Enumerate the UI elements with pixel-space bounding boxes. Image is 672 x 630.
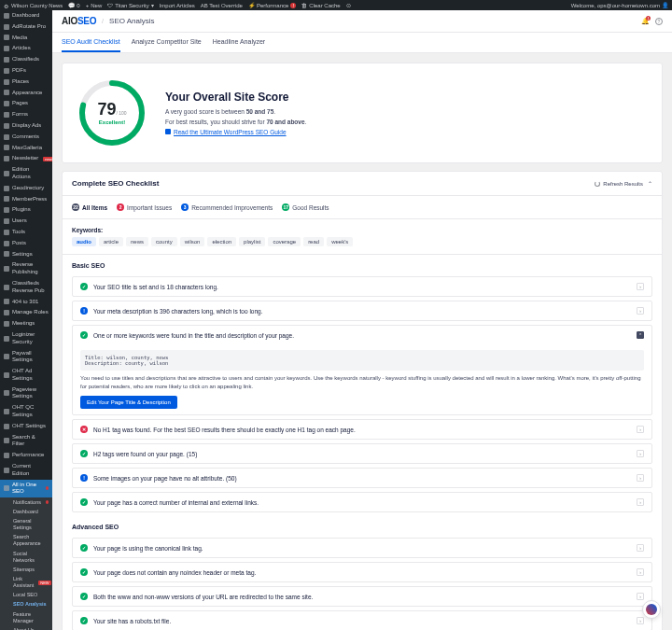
sidebar-item-label: All in One SEO bbox=[12, 482, 41, 497]
expand-button[interactable]: › bbox=[637, 307, 644, 315]
sidebar-item[interactable]: Classifieds Reverse Pub bbox=[0, 278, 52, 297]
tab[interactable]: Headline Analyzer bbox=[213, 33, 265, 52]
help-icon[interactable]: ? bbox=[655, 18, 663, 25]
sidebar-item[interactable]: Paywall Settings bbox=[0, 348, 52, 367]
check-text: No H1 tag was found. For the best SEO re… bbox=[93, 427, 631, 433]
filter-count: 22 bbox=[72, 203, 79, 211]
refresh-button[interactable]: Refresh Results bbox=[595, 181, 643, 187]
sidebar-item[interactable]: Dashboard bbox=[0, 10, 52, 21]
sidebar-item[interactable]: OHT Ad Settings bbox=[0, 366, 52, 385]
sidebar-item[interactable]: Settings bbox=[0, 249, 52, 260]
expand-button[interactable]: › bbox=[637, 568, 644, 576]
sidebar-item[interactable]: Users bbox=[0, 216, 52, 227]
collapse-icon[interactable]: ⌃ bbox=[647, 181, 652, 187]
sidebar-item[interactable]: Current Edition bbox=[0, 461, 52, 480]
sidebar-item[interactable]: All in One SEO bbox=[0, 480, 52, 498]
sidebar-subitem[interactable]: General Settings bbox=[9, 517, 52, 533]
status-icon: ✓ bbox=[80, 593, 88, 600]
comments-count[interactable]: 💬 0 bbox=[68, 2, 79, 8]
sidebar-item-label: Tools bbox=[12, 229, 25, 236]
filter-tab[interactable]: 2Important Issues bbox=[117, 203, 172, 211]
edit-button[interactable]: Edit Your Page Title & Description bbox=[80, 396, 177, 409]
clear-cache[interactable]: 🗑 Clear Cache bbox=[301, 3, 340, 8]
tabs: SEO Audit ChecklistAnalyze Competitor Si… bbox=[52, 33, 672, 53]
filter-tab[interactable]: 17Good Results bbox=[282, 203, 329, 211]
expand-button[interactable]: › bbox=[637, 426, 644, 433]
sidebar-item[interactable]: Pageview Settings bbox=[0, 385, 52, 403]
book-icon bbox=[165, 129, 171, 134]
filter-tab[interactable]: 22All Items bbox=[72, 203, 107, 211]
expand-button[interactable]: › bbox=[637, 617, 644, 624]
check-text: Your SEO title is set and is 18 characte… bbox=[93, 284, 631, 290]
sidebar-subitem-label: Sitemaps bbox=[13, 567, 35, 573]
tab[interactable]: Analyze Competitor Site bbox=[132, 33, 202, 52]
yoast-icon[interactable]: ⊙ bbox=[346, 2, 351, 8]
sidebar-subitem[interactable]: Search Appearance bbox=[9, 533, 52, 549]
sidebar-item[interactable]: Tools bbox=[0, 227, 52, 238]
ab-test[interactable]: AB Test Override bbox=[201, 3, 243, 8]
seo-guide-link[interactable]: Read the Ultimate WordPress SEO Guide bbox=[165, 129, 306, 135]
sidebar-subitem[interactable]: Dashboard bbox=[9, 507, 52, 516]
import-articles[interactable]: Import Articles bbox=[160, 3, 195, 8]
support-fab[interactable] bbox=[642, 600, 661, 619]
sidebar-item-label: Classifieds bbox=[12, 56, 39, 63]
expand-button[interactable]: › bbox=[637, 450, 644, 457]
sidebar-item[interactable]: OHT QC Settings bbox=[0, 402, 52, 421]
expand-button[interactable]: ⌃ bbox=[637, 331, 644, 339]
sidebar-item[interactable]: Articles bbox=[0, 43, 52, 54]
sidebar-subitem[interactable]: SEO Analysis bbox=[9, 600, 52, 609]
sidebar-item-label: Meetings bbox=[12, 320, 35, 328]
filter-tab[interactable]: 3Recommended Improvements bbox=[181, 203, 273, 211]
sidebar-subitem[interactable]: Feature Manager bbox=[9, 609, 52, 625]
sidebar-item[interactable]: Appearance bbox=[0, 88, 52, 99]
expand-button[interactable]: › bbox=[637, 498, 644, 506]
sidebar-subitem[interactable]: Sitemaps bbox=[9, 565, 52, 574]
sidebar-item[interactable]: Forms bbox=[0, 109, 52, 120]
sidebar-subitem[interactable]: About Us bbox=[9, 625, 52, 630]
titan-security[interactable]: 🛡 Titan Security ▾ bbox=[107, 2, 153, 8]
sidebar-item-label: Posts bbox=[12, 240, 26, 247]
sidebar-item[interactable]: Pages bbox=[0, 98, 52, 109]
sidebar-item[interactable]: Newsletternew bbox=[0, 153, 52, 164]
sidebar-subitem[interactable]: Local SEO bbox=[9, 591, 52, 600]
sidebar-item[interactable]: Loginizer Security bbox=[0, 329, 52, 348]
sidebar-item[interactable]: Comments bbox=[0, 132, 52, 143]
site-name[interactable]: ⚙Wilson County News bbox=[4, 3, 63, 8]
sidebar-subitem[interactable]: Notifications bbox=[9, 497, 52, 507]
sidebar-item[interactable]: Meetings bbox=[0, 318, 52, 329]
sidebar-item[interactable]: Posts bbox=[0, 238, 52, 249]
sidebar-item[interactable]: Media bbox=[0, 33, 52, 44]
sidebar-item[interactable]: Plugins bbox=[0, 204, 52, 216]
tab[interactable]: SEO Audit Checklist bbox=[62, 33, 120, 52]
performance-top[interactable]: ⚡ Performance ! bbox=[248, 2, 296, 8]
sidebar-item[interactable]: Search & Filter bbox=[0, 432, 52, 451]
code-box: Title: wilson, county, news Description:… bbox=[80, 350, 644, 371]
notifications-bell[interactable]: 🔔1 bbox=[640, 17, 650, 26]
sidebar-item[interactable]: OHT Settings bbox=[0, 421, 52, 432]
new-content[interactable]: + New bbox=[86, 3, 103, 8]
sidebar-item[interactable]: Geodirectory bbox=[0, 183, 52, 194]
check-item: ✓Your SEO title is set and is 18 charact… bbox=[72, 276, 652, 297]
expand-button[interactable]: › bbox=[637, 593, 644, 600]
sidebar-item[interactable]: MaxGalleria bbox=[0, 143, 52, 154]
sidebar-subitem[interactable]: Link AssistantNEW bbox=[9, 575, 52, 591]
expand-button[interactable]: › bbox=[637, 474, 644, 482]
sidebar-item[interactable]: 404 to 301 bbox=[0, 297, 52, 308]
expand-button[interactable]: › bbox=[637, 544, 644, 552]
sidebar-item[interactable]: Reverse Publishing bbox=[0, 259, 52, 278]
sidebar-item[interactable]: Classifieds bbox=[0, 54, 52, 65]
check-text: Your page does not contain any noindex h… bbox=[93, 569, 631, 576]
sidebar-item[interactable]: Edition Actions bbox=[0, 164, 52, 183]
sidebar-item[interactable]: MemberPress bbox=[0, 194, 52, 205]
sidebar-item[interactable]: AdRotate Pro bbox=[0, 21, 52, 33]
sidebar-item[interactable]: Places bbox=[0, 77, 52, 88]
welcome-user[interactable]: Welcome, ops@our-hometown.com 👤 bbox=[571, 2, 668, 8]
check-text: Your page has a correct number of intern… bbox=[93, 499, 631, 506]
sidebar-item[interactable]: PDFs bbox=[0, 65, 52, 77]
sidebar-subitem[interactable]: Social Networks bbox=[9, 549, 52, 565]
sidebar-item[interactable]: Performance bbox=[0, 450, 52, 461]
sidebar-item[interactable]: Display Ads bbox=[0, 120, 52, 132]
sidebar-item[interactable]: Manage Roles bbox=[0, 307, 52, 318]
sidebar-item-label: 404 to 301 bbox=[12, 299, 38, 306]
expand-button[interactable]: › bbox=[637, 283, 644, 290]
